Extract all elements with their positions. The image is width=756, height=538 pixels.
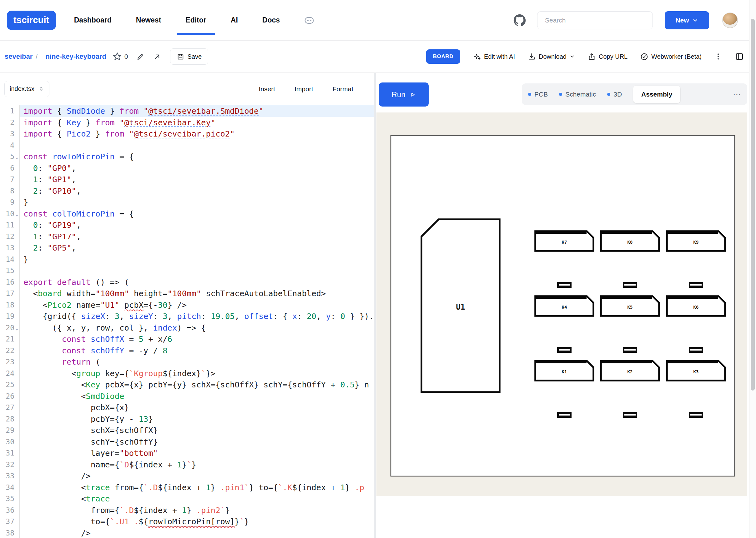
window-scrollbar[interactable]	[749, 0, 756, 538]
code-line-content: {grid({ sizeX: 3, sizeY: 3, pitch: 19.05…	[19, 310, 374, 322]
tab-schematic[interactable]: Schematic	[559, 90, 596, 98]
code-line[interactable]: 15	[0, 265, 374, 277]
fold-toggle-icon[interactable]: ⌄	[14, 322, 19, 334]
code-line[interactable]: 14}	[0, 254, 374, 265]
save-button[interactable]: Save	[170, 48, 208, 65]
code-line[interactable]: 16export default () => (	[0, 277, 374, 288]
webworker-label: Webworker (Beta)	[651, 53, 702, 60]
code-line[interactable]: 6 0: "GP0",	[0, 162, 374, 174]
code-line[interactable]: 32 name={`D${index + 1}`}	[0, 459, 374, 470]
code-line-content: const rowToMicroPin = {	[19, 151, 374, 162]
search-input[interactable]	[537, 11, 653, 29]
nav-item-dashboard[interactable]: Dashboard	[74, 16, 112, 25]
code-line[interactable]: 18 <Pico2 name="U1" pcbX={-30} />	[0, 299, 374, 311]
code-area[interactable]: 1import { SmdDiode } from "@tsci/seveiba…	[0, 105, 374, 538]
share-upload-icon	[588, 52, 596, 61]
chevron-down-icon	[692, 17, 698, 24]
key-label: K4	[562, 305, 567, 310]
nav-item-ai[interactable]: AI	[231, 16, 238, 25]
code-line[interactable]: 30 schY={schOffY}	[0, 436, 374, 448]
tab-pcb[interactable]: PCB	[528, 90, 548, 98]
code-line[interactable]: 23 return (	[0, 356, 374, 368]
tscircuit-logo[interactable]: tscircuit	[7, 11, 56, 30]
nav-item-docs[interactable]: Docs	[262, 16, 280, 25]
edit-with-ai-button[interactable]: Edit with AI	[473, 52, 515, 61]
copy-url-button[interactable]: Copy URL	[588, 52, 627, 61]
code-line[interactable]: 3import { Pico2 } from "@tsci/seveibar.p…	[0, 128, 374, 140]
nav-item-newest[interactable]: Newest	[136, 16, 161, 25]
code-line[interactable]: 33 />	[0, 470, 374, 482]
code-line[interactable]: 17 <board width="100mm" height="100mm" s…	[0, 288, 374, 299]
more-options-button[interactable]	[714, 52, 722, 61]
fold-toggle-icon[interactable]: ⌄	[14, 208, 19, 220]
code-line[interactable]: 9}	[0, 196, 374, 208]
code-line-content: <Pico2 name="U1" pcbX={-30} />	[19, 299, 374, 311]
code-line-content: <Key pcbX={x} pcbY={y} schX={schOffX} sc…	[19, 379, 374, 391]
user-avatar[interactable]	[722, 13, 738, 28]
code-line[interactable]: 27 pcbX={x}	[0, 402, 374, 413]
tabs-more-button[interactable]: ⋯	[733, 90, 741, 98]
code-line[interactable]: 13 2: "GP5",	[0, 242, 374, 254]
code-line[interactable]: 7 1: "GP1",	[0, 174, 374, 185]
code-line[interactable]: 28 pcbY={y - 13}	[0, 413, 374, 425]
open-external-button[interactable]	[153, 52, 161, 61]
discord-icon[interactable]	[304, 15, 315, 26]
play-icon	[409, 91, 416, 98]
code-line[interactable]: 8 2: "GP10",	[0, 185, 374, 197]
code-line[interactable]: 24 <group key={`Kgroup${index}`}>	[0, 368, 374, 379]
nav-item-editor[interactable]: Editor	[185, 16, 206, 25]
star-control[interactable]: 0	[113, 52, 128, 61]
code-line[interactable]: 12 1: "GP17",	[0, 231, 374, 242]
assembly-canvas[interactable]: U1K7K8K9K4K5K6K1K2K3	[377, 113, 747, 496]
breadcrumb-project[interactable]: nine-key-keyboard	[45, 52, 106, 61]
code-line[interactable]: 29 schX={schOffX}	[0, 425, 374, 436]
code-line[interactable]: 20⌄ ({ x, y, row, col }, index) => {	[0, 322, 374, 334]
webworker-toggle[interactable]: Webworker (Beta)	[640, 52, 702, 61]
tab-assembly[interactable]: Assembly	[633, 85, 680, 103]
code-line[interactable]: 26 <SmdDiode	[0, 391, 374, 402]
code-line[interactable]: 38 />	[0, 527, 374, 538]
line-number: 3	[0, 128, 14, 140]
code-line[interactable]: 1import { SmdDiode } from "@tsci/seveiba…	[0, 105, 374, 117]
toggle-panel-button[interactable]	[735, 52, 744, 61]
menu-item-import[interactable]: Import	[295, 85, 313, 93]
code-line[interactable]: 34 <trace from={`.D${index + 1} .pin1`} …	[0, 482, 374, 493]
run-button[interactable]: Run	[379, 82, 429, 107]
star-count: 0	[124, 53, 128, 60]
scrollbar-thumb[interactable]	[751, 19, 755, 391]
download-button[interactable]: Download	[527, 52, 575, 61]
code-line[interactable]: 5⌄const rowToMicroPin = {	[0, 151, 374, 162]
code-line[interactable]: 31 layer="bottom"	[0, 448, 374, 459]
code-line-content: }	[19, 254, 374, 265]
code-line-content: pcbX={x}	[19, 402, 374, 413]
new-button[interactable]: New	[665, 11, 709, 29]
code-line[interactable]: 11 0: "GP19",	[0, 219, 374, 231]
code-line-content: />	[19, 527, 374, 538]
tab-3d[interactable]: 3D	[607, 90, 622, 98]
fold-toggle-icon[interactable]: ⌄	[14, 151, 19, 162]
code-line[interactable]: 25 <Key pcbX={x} pcbY={y} schX={schOffX}…	[0, 379, 374, 391]
code-line[interactable]: 36 from={`.D${index + 1} .pin2`}	[0, 505, 374, 516]
key-label: K7	[562, 240, 567, 244]
file-selector[interactable]: index.tsx	[4, 81, 49, 97]
board-badge[interactable]: BOARD	[426, 49, 460, 64]
menu-item-insert[interactable]: Insert	[259, 85, 275, 93]
code-line[interactable]: 4	[0, 140, 374, 151]
breadcrumb-owner[interactable]: seveibar	[5, 52, 32, 61]
code-line[interactable]: 10⌄const colToMicroPin = {	[0, 208, 374, 220]
line-number: 32	[0, 459, 14, 470]
code-line[interactable]: 37 to={`.U1 .${rowToMicroPin[row]}`}	[0, 516, 374, 527]
code-line[interactable]: 19 {grid({ sizeX: 3, sizeY: 3, pitch: 19…	[0, 310, 374, 322]
code-line-content: to={`.U1 .${rowToMicroPin[row]}`}	[19, 516, 374, 527]
code-line[interactable]: 2import { Key } from "@tsci/seveibar.Key…	[0, 117, 374, 129]
rename-pencil-button[interactable]	[136, 52, 145, 61]
code-line[interactable]: 35 <trace	[0, 493, 374, 505]
code-line[interactable]: 21 const schOffX = 5 + x/6	[0, 333, 374, 345]
code-line[interactable]: 22 const schOffY = -y / 8	[0, 345, 374, 356]
menu-item-format[interactable]: Format	[332, 85, 353, 93]
fold-spacer	[14, 128, 19, 140]
line-number: 9	[0, 196, 14, 208]
line-number: 31	[0, 448, 14, 459]
fold-spacer	[14, 356, 19, 368]
github-icon[interactable]	[513, 14, 526, 27]
